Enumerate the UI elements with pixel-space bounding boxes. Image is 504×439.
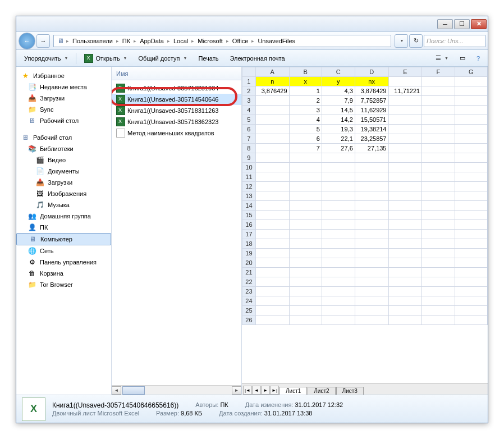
desktop-icon: 🖥 [28,116,36,125]
titlebar: ─ ☐ ✕ [16,16,488,32]
back-button[interactable]: ← [19,33,35,49]
explorer-window: ─ ☐ ✕ ← → 🖥 ▸ Пользователи▸ ПК▸ AppData▸… [16,16,488,423]
share-menu[interactable]: Общий доступ▼ [134,53,192,63]
maximize-button[interactable]: ☐ [454,19,470,29]
search-placeholder: Поиск: Uns... [427,38,464,44]
sidebar-item-tor[interactable]: 📁Tor Browser [16,279,111,290]
forward-button[interactable]: → [36,34,50,48]
breadcrumb-item[interactable]: Microsoft [195,38,225,44]
pane-icon: ▭ [460,54,465,62]
forward-icon: → [40,38,47,44]
sheet-tab[interactable]: Лист1 [280,387,307,395]
sidebar-item-sync[interactable]: 📁Sync [16,104,111,115]
music-icon: 🎵 [35,200,44,209]
view-button[interactable]: ☰▼ [431,53,453,63]
scroll-right-button[interactable]: ► [232,386,241,395]
breadcrumb-item[interactable]: AppData [138,38,166,44]
libraries-icon: 📚 [28,144,36,153]
refresh-button[interactable]: ↻ [409,34,423,48]
minimize-button[interactable]: ─ [437,19,453,29]
status-filename: Книга1((Unsaved-305714540646655616)) [52,401,178,409]
search-input[interactable]: Поиск: Uns... [424,35,485,47]
sidebar-item-desktop[interactable]: 🖥Рабочий стол [16,115,111,126]
sidebar-item-images[interactable]: 🖼Изображения [16,188,111,199]
help-icon: ? [476,55,480,62]
view-icon: ☰ [436,54,441,62]
sidebar-item-control-panel[interactable]: ⚙Панель управления [16,257,111,268]
chevron-down-icon: ▼ [400,39,404,43]
file-item[interactable]: Метод наименьших квадратов [112,127,241,139]
minimize-icon: ─ [443,21,447,28]
breadcrumb-item[interactable]: ПК [120,38,132,44]
file-item[interactable]: Книга1((Unsaved-305713231034 [112,83,241,94]
chevron-down-icon: ▼ [123,56,127,60]
sidebar-item-homegroup[interactable]: 👥Домашняя группа [16,211,111,222]
control-panel-icon: ⚙ [28,258,36,267]
status-filetype: Двоичный лист Microsoft Excel [52,410,139,417]
scroll-left-button[interactable]: ◄ [112,386,121,395]
spreadsheet-grid[interactable]: ABCDEFG1nxynx23,87642914,33,87642911,712… [242,67,488,383]
sidebar-item-recycle[interactable]: 🗑Корзина [16,268,111,279]
refresh-icon: ↻ [414,37,419,44]
computer-icon: 🖥 [28,235,37,244]
network-icon: 🌐 [28,246,36,255]
body-area: ★Избранное 📑Недавние места 📥Загрузки 📁Sy… [16,67,488,395]
sidebar-item-video[interactable]: 🎬Видео [16,154,111,166]
toolbar: Упорядочить▼ Открыть▼ Общий доступ▼ Печа… [16,50,488,67]
close-icon: ✕ [476,20,482,28]
breadcrumb-item[interactable]: Пользователи [70,38,115,44]
help-button[interactable]: ? [472,53,484,63]
excel-icon [116,117,125,126]
excel-icon [116,106,125,115]
preview-pane-button[interactable]: ▭ [455,53,470,63]
column-header-name[interactable]: Имя [112,67,241,80]
print-button[interactable]: Печать [194,53,223,63]
sidebar-favorites[interactable]: ★Избранное [16,70,111,81]
file-item-selected[interactable]: Книга1((Unsaved-305714540646 [112,94,241,105]
open-button[interactable]: Открыть▼ [80,52,131,65]
breadcrumb[interactable]: 🖥 ▸ Пользователи▸ ПК▸ AppData▸ Local▸ Mi… [53,35,391,47]
tab-last-button[interactable]: ►| [270,386,279,395]
breadcrumb-item[interactable]: Office [230,38,251,44]
excel-icon [84,54,93,63]
organize-menu[interactable]: Упорядочить▼ [20,53,72,63]
tab-next-button[interactable]: ► [261,386,270,395]
folder-icon: 📁 [28,280,36,289]
close-button[interactable]: ✕ [471,19,487,29]
file-list: Имя Книга1((Unsaved-305713231034 Книга1(… [112,67,242,395]
sheet-tab[interactable]: Лист2 [308,387,335,395]
history-dropdown[interactable]: ▼ [395,34,408,48]
sidebar-item-music[interactable]: 🎵Музыка [16,199,111,211]
sidebar-desktop-group[interactable]: 🖥Рабочий стол [16,132,111,143]
email-button[interactable]: Электронная почта [225,53,289,63]
sheet-tab[interactable]: Лист3 [336,387,364,395]
file-list-body: Книга1((Unsaved-305713231034 Книга1((Uns… [112,80,241,385]
folder-icon: 📁 [28,105,36,114]
tab-prev-button[interactable]: ◄ [252,386,261,395]
file-item[interactable]: Книга1((Unsaved-305718362323 [112,116,241,127]
recycle-icon: 🗑 [28,269,36,278]
sidebar-item-user[interactable]: 👤ПК [16,222,111,233]
file-item[interactable]: Книга1((Unsaved-305718311263 [112,105,241,116]
doc-icon [116,129,125,138]
separator [76,53,76,64]
video-icon: 🎬 [35,156,44,164]
tab-first-button[interactable]: |◄ [243,386,252,395]
breadcrumb-item[interactable]: UnsavedFiles [255,38,297,44]
preview-pane: ABCDEFG1nxynx23,87642914,33,87642911,712… [242,67,488,395]
sidebar-item-documents[interactable]: 📄Документы [16,166,111,177]
desktop-icon: 🖥 [21,133,30,142]
sidebar-item-downloads[interactable]: 📥Загрузки [16,93,111,104]
breadcrumb-item[interactable]: Local [171,38,190,44]
sidebar-item-recent[interactable]: 📑Недавние места [16,81,111,93]
images-icon: 🖼 [35,189,44,198]
downloads-icon: 📥 [35,178,44,187]
sidebar-item-computer[interactable]: 🖥Компьютер [16,233,111,245]
sidebar-item-network[interactable]: 🌐Сеть [16,245,111,257]
scroll-thumb[interactable] [122,386,145,395]
scrollbar-horizontal[interactable]: ◄ ► [112,385,241,395]
sidebar-item-libraries[interactable]: 📚Библиотеки [16,143,111,154]
recent-icon: 📑 [28,83,36,92]
sidebar-item-downloads2[interactable]: 📥Загрузки [16,177,111,188]
excel-icon [116,95,125,104]
